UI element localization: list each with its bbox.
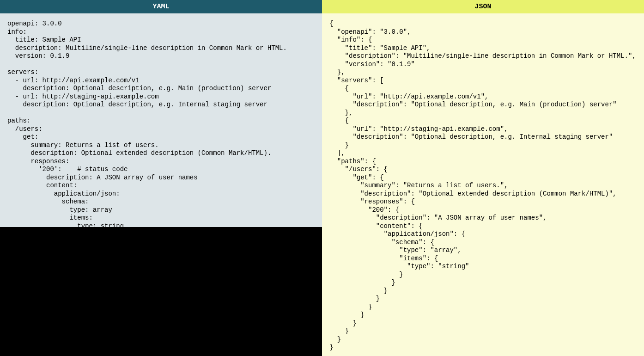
json-panel: JSON { "openapi": "3.0.0", "info": { "ti… [322, 0, 644, 356]
yaml-panel: YAML openapi: 3.0.0 info: title: Sample … [0, 0, 322, 356]
yaml-code-block: openapi: 3.0.0 info: title: Sample API d… [0, 13, 322, 227]
yaml-header: YAML [0, 0, 322, 13]
json-code-block: { "openapi": "3.0.0", "info": { "title":… [322, 13, 644, 356]
json-header: JSON [322, 0, 644, 13]
